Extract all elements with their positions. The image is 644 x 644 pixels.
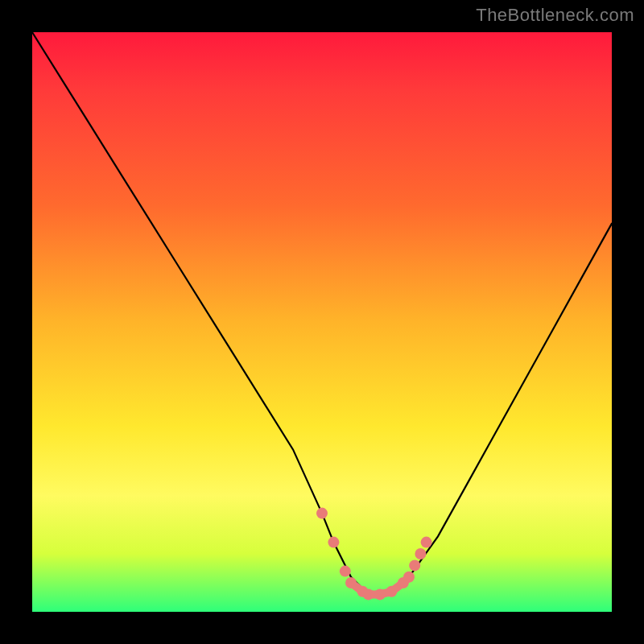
chart-frame: TheBottleneck.com (0, 0, 644, 644)
watermark-label: TheBottleneck.com (476, 5, 634, 26)
curve-marker (340, 566, 351, 577)
curve-marker (409, 559, 420, 571)
curve-marker (415, 548, 426, 559)
curve-layer (32, 32, 612, 612)
marker-group (316, 508, 432, 601)
curve-marker (316, 508, 328, 519)
curve-marker (421, 537, 432, 548)
curve-marker (328, 537, 339, 548)
plot-area (32, 32, 612, 612)
